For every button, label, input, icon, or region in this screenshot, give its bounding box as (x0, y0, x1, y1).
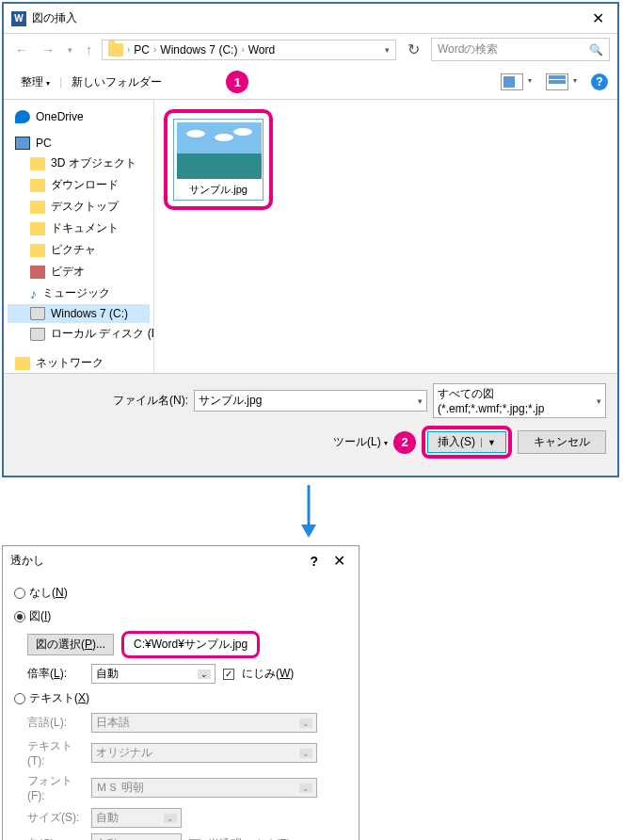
svg-marker-1 (301, 525, 316, 538)
generic-icon (30, 157, 45, 170)
tree-item[interactable]: 3D オブジェクト (8, 153, 150, 174)
pc-icon (15, 137, 30, 150)
title-bar: 透かし ? ✕ (3, 546, 359, 575)
tree-label: ピクチャ (51, 242, 96, 258)
font-label: フォント(F): (27, 773, 84, 802)
tree-label: ミュージック (42, 285, 110, 301)
tree-label: 3D オブジェクト (51, 155, 136, 171)
font-combo: ＭＳ 明朝⌄ (91, 778, 317, 798)
tree-label: ビデオ (51, 264, 85, 280)
view-thumbnails-button[interactable] (501, 73, 523, 90)
dialog-title: 透かし (10, 553, 44, 569)
title-bar: W 図の挿入 ✕ (4, 4, 617, 34)
lang-combo: 日本語⌄ (91, 713, 317, 733)
semitrans-label: 半透明にする(E) (208, 836, 291, 840)
search-input[interactable]: Wordの検索 🔍 (431, 38, 610, 61)
tree-item[interactable]: OneDrive (8, 107, 150, 126)
picture-path-highlight: C:¥Word¥サンプル.jpg (121, 631, 260, 658)
close-button[interactable]: ✕ (327, 552, 351, 570)
nav-bar: ← → ▾ ↑ › PC › Windows 7 (C:) › Word ▾ ↻… (4, 34, 617, 65)
color-label: 色(C): (27, 836, 84, 840)
picture-path: C:¥Word¥サンプル.jpg (134, 638, 248, 651)
folder-icon (108, 43, 123, 57)
cancel-button[interactable]: キャンセル (518, 430, 606, 454)
radio-icon (14, 588, 25, 599)
video-icon (30, 266, 45, 279)
back-button[interactable]: ← (11, 42, 32, 57)
filter-combo[interactable]: すべての図 (*.emf;*.wmf;*.jpg;*.jp ▾ (433, 383, 606, 418)
tree-item[interactable]: デスクトップ (8, 196, 150, 218)
help-button[interactable]: ? (300, 554, 327, 569)
recent-dropdown[interactable]: ▾ (64, 45, 76, 55)
forward-button[interactable]: → (38, 42, 58, 57)
toolbar: 整理 ▾ | 新しいフォルダー 1 ? (4, 65, 617, 100)
file-list[interactable]: サンプル.jpg (154, 100, 617, 373)
washout-label: にじみ(W) (242, 666, 294, 682)
search-placeholder: Wordの検索 (438, 41, 498, 57)
breadcrumb[interactable]: › PC › Windows 7 (C:) › Word ▾ (102, 40, 396, 60)
tree-item[interactable]: ネットワーク (8, 352, 150, 373)
view-details-button[interactable] (546, 73, 568, 90)
dialog-title: 図の挿入 (32, 10, 77, 26)
tree-label: デスクトップ (51, 199, 119, 215)
file-thumbnail[interactable]: サンプル.jpg (173, 119, 264, 201)
tree-item[interactable]: PC (8, 134, 150, 153)
tree-item[interactable]: ♪ミュージック (8, 283, 150, 304)
drive-icon (30, 307, 45, 320)
tree-label: OneDrive (36, 110, 84, 123)
washout-checkbox[interactable]: ✓ (223, 669, 234, 680)
generic-icon (30, 201, 45, 214)
filename-label: ファイル名(N): (113, 393, 188, 409)
organize-button[interactable]: 整理 ▾ (13, 73, 57, 92)
filename-combo[interactable]: サンプル.jpg ▾ (194, 390, 427, 412)
close-button[interactable]: ✕ (586, 9, 610, 27)
text-label: テキスト(T): (27, 738, 84, 767)
watermark-dialog: 透かし ? ✕ なし(N) 図(I) 図の選択(P)... C:¥Word¥サン… (2, 545, 359, 840)
generic-icon (30, 244, 45, 257)
lang-label: 言語(L): (27, 715, 84, 731)
scale-label: 倍率(L): (27, 666, 84, 682)
annotation-badge-1: 1 (226, 71, 248, 93)
tree-item[interactable]: ビデオ (8, 261, 150, 283)
generic-icon (30, 222, 45, 235)
tree-label: ローカル ディスク (D (51, 326, 154, 342)
insert-dropdown[interactable]: ▼ (481, 438, 496, 447)
flow-arrow (0, 485, 617, 538)
tree-item[interactable]: ドキュメント (8, 218, 150, 239)
option-text[interactable]: テキスト(X) (14, 687, 347, 710)
breadcrumb-seg[interactable]: Word (248, 43, 275, 57)
color-combo: 自動▾ (91, 833, 182, 840)
tree-item[interactable]: ダウンロード (8, 174, 150, 196)
generic-icon (30, 179, 45, 192)
tree-label: ダウンロード (51, 177, 119, 193)
tools-label[interactable]: ツール(L) ▾ (333, 434, 388, 450)
breadcrumb-seg[interactable]: PC (134, 43, 150, 57)
new-folder-button[interactable]: 新しいフォルダー (64, 73, 169, 92)
insert-button[interactable]: 挿入(S) ▼ (427, 431, 506, 453)
up-button[interactable]: ↑ (82, 42, 96, 57)
dialog-footer: ファイル名(N): サンプル.jpg ▾ すべての図 (*.emf;*.wmf;… (4, 373, 617, 476)
size-label: サイズ(S): (27, 810, 84, 826)
tree-item[interactable]: ピクチャ (8, 239, 150, 261)
onedrive-icon (15, 110, 30, 123)
music-icon: ♪ (30, 286, 37, 301)
insert-picture-dialog: W 図の挿入 ✕ ← → ▾ ↑ › PC › Windows 7 (C:) ›… (2, 2, 619, 477)
scale-combo[interactable]: 自動⌄ (91, 664, 216, 684)
tree-item[interactable]: ローカル ディスク (D (8, 323, 150, 345)
tree-label: ネットワーク (36, 355, 104, 371)
refresh-button[interactable]: ↻ (402, 40, 425, 58)
tree-label: PC (36, 137, 52, 150)
insert-button-highlight: 挿入(S) ▼ (422, 426, 512, 459)
drive-icon (30, 328, 45, 341)
search-icon: 🔍 (589, 43, 603, 57)
help-button[interactable]: ? (591, 73, 608, 90)
option-picture[interactable]: 図(I) (14, 605, 347, 628)
select-picture-button[interactable]: 図の選択(P)... (27, 634, 114, 655)
radio-icon (14, 693, 25, 704)
tree-item[interactable]: Windows 7 (C:) (8, 304, 150, 323)
breadcrumb-seg[interactable]: Windows 7 (C:) (160, 43, 237, 57)
text-combo: オリジナル⌄ (91, 743, 317, 763)
folder-tree: OneDrivePC3D オブジェクトダウンロードデスクトップドキュメントピクチ… (4, 100, 154, 373)
option-none[interactable]: なし(N) (14, 581, 347, 605)
word-icon: W (11, 11, 26, 26)
